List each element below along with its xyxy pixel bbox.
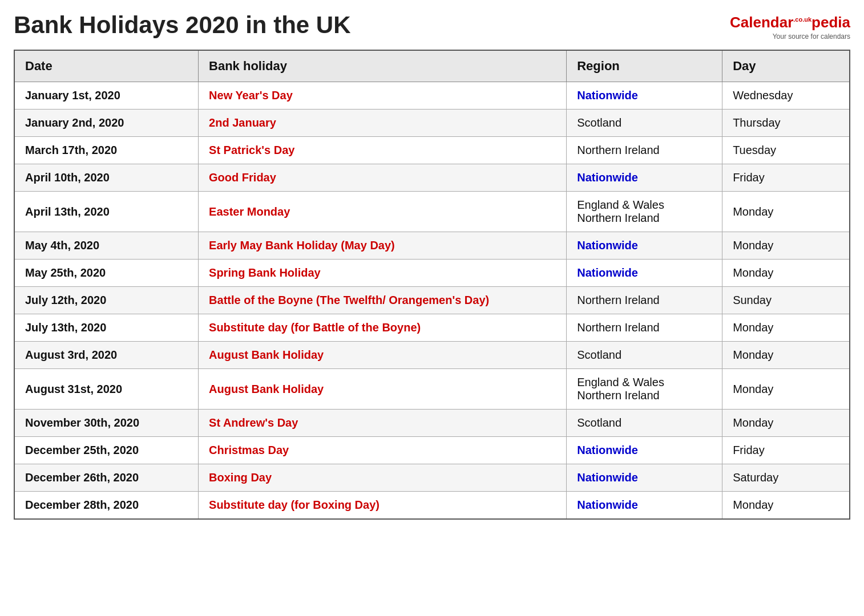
- cell-region: Northern Ireland: [567, 137, 722, 164]
- cell-region: Nationwide: [567, 232, 722, 260]
- cell-date: March 17th, 2020: [14, 137, 199, 164]
- logo-name: Calendar.co.ukpedia: [730, 14, 850, 31]
- table-row: December 25th, 2020Christmas DayNationwi…: [14, 437, 850, 464]
- cell-day: Monday: [722, 260, 850, 287]
- cell-holiday: Easter Monday: [199, 192, 567, 232]
- cell-holiday: Battle of the Boyne (The Twelfth/ Orange…: [199, 287, 567, 314]
- cell-holiday: August Bank Holiday: [199, 369, 567, 410]
- cell-date: April 13th, 2020: [14, 192, 199, 232]
- cell-holiday: Christmas Day: [199, 437, 567, 464]
- cell-date: July 12th, 2020: [14, 287, 199, 314]
- cell-holiday: Good Friday: [199, 164, 567, 192]
- cell-holiday: Spring Bank Holiday: [199, 260, 567, 287]
- cell-holiday: 2nd January: [199, 110, 567, 137]
- table-row: April 13th, 2020Easter MondayEngland & W…: [14, 192, 850, 232]
- cell-day: Monday: [722, 342, 850, 369]
- cell-day: Tuesday: [722, 137, 850, 164]
- cell-holiday: Substitute day (for Battle of the Boyne): [199, 314, 567, 342]
- cell-holiday: Boxing Day: [199, 464, 567, 492]
- table-row: April 10th, 2020Good FridayNationwideFri…: [14, 164, 850, 192]
- cell-region: Scotland: [567, 410, 722, 437]
- cell-holiday: August Bank Holiday: [199, 342, 567, 369]
- cell-holiday: St Andrew's Day: [199, 410, 567, 437]
- cell-region: Nationwide: [567, 437, 722, 464]
- table-row: July 12th, 2020Battle of the Boyne (The …: [14, 287, 850, 314]
- cell-day: Friday: [722, 164, 850, 192]
- cell-region: Northern Ireland: [567, 314, 722, 342]
- table-row: August 31st, 2020August Bank HolidayEngl…: [14, 369, 850, 410]
- cell-date: August 3rd, 2020: [14, 342, 199, 369]
- cell-date: December 28th, 2020: [14, 492, 199, 520]
- holidays-table: Date Bank holiday Region Day January 1st…: [14, 50, 850, 520]
- cell-region: Nationwide: [567, 464, 722, 492]
- cell-date: April 10th, 2020: [14, 164, 199, 192]
- logo-tagline: Your source for calendars: [730, 33, 850, 40]
- cell-day: Friday: [722, 437, 850, 464]
- cell-holiday: St Patrick's Day: [199, 137, 567, 164]
- page-header: Bank Holidays 2020 in the UK Calendar.co…: [14, 11, 850, 40]
- header-region: Region: [567, 50, 722, 82]
- cell-day: Wednesday: [722, 82, 850, 110]
- cell-date: January 1st, 2020: [14, 82, 199, 110]
- cell-date: May 25th, 2020: [14, 260, 199, 287]
- cell-day: Monday: [722, 314, 850, 342]
- table-row: January 1st, 2020New Year's DayNationwid…: [14, 82, 850, 110]
- table-row: March 17th, 2020St Patrick's DayNorthern…: [14, 137, 850, 164]
- table-header-row: Date Bank holiday Region Day: [14, 50, 850, 82]
- table-row: December 28th, 2020Substitute day (for B…: [14, 492, 850, 520]
- cell-date: December 26th, 2020: [14, 464, 199, 492]
- cell-region: Scotland: [567, 110, 722, 137]
- table-row: May 4th, 2020Early May Bank Holiday (May…: [14, 232, 850, 260]
- cell-region: England & WalesNorthern Ireland: [567, 192, 722, 232]
- logo-tld: .co.uk: [793, 16, 811, 23]
- table-row: January 2nd, 20202nd JanuaryScotlandThur…: [14, 110, 850, 137]
- cell-holiday: Early May Bank Holiday (May Day): [199, 232, 567, 260]
- cell-holiday: Substitute day (for Boxing Day): [199, 492, 567, 520]
- cell-day: Monday: [722, 369, 850, 410]
- cell-region: Nationwide: [567, 164, 722, 192]
- cell-day: Monday: [722, 410, 850, 437]
- cell-date: July 13th, 2020: [14, 314, 199, 342]
- cell-day: Saturday: [722, 464, 850, 492]
- cell-day: Thursday: [722, 110, 850, 137]
- cell-region: Scotland: [567, 342, 722, 369]
- cell-region: Nationwide: [567, 82, 722, 110]
- header-day: Day: [722, 50, 850, 82]
- cell-day: Sunday: [722, 287, 850, 314]
- cell-date: August 31st, 2020: [14, 369, 199, 410]
- header-date: Date: [14, 50, 199, 82]
- logo: Calendar.co.ukpedia Your source for cale…: [730, 11, 850, 40]
- cell-region: Nationwide: [567, 492, 722, 520]
- cell-day: Monday: [722, 232, 850, 260]
- header-holiday: Bank holiday: [199, 50, 567, 82]
- cell-region: Nationwide: [567, 260, 722, 287]
- table-row: May 25th, 2020Spring Bank HolidayNationw…: [14, 260, 850, 287]
- logo-part2: pedia: [811, 14, 850, 31]
- table-row: November 30th, 2020St Andrew's DayScotla…: [14, 410, 850, 437]
- cell-holiday: New Year's Day: [199, 82, 567, 110]
- table-row: July 13th, 2020Substitute day (for Battl…: [14, 314, 850, 342]
- cell-day: Monday: [722, 192, 850, 232]
- cell-date: December 25th, 2020: [14, 437, 199, 464]
- cell-date: November 30th, 2020: [14, 410, 199, 437]
- page-title: Bank Holidays 2020 in the UK: [14, 11, 351, 39]
- table-row: August 3rd, 2020August Bank HolidayScotl…: [14, 342, 850, 369]
- table-row: December 26th, 2020Boxing DayNationwideS…: [14, 464, 850, 492]
- cell-region: Northern Ireland: [567, 287, 722, 314]
- cell-date: January 2nd, 2020: [14, 110, 199, 137]
- cell-date: May 4th, 2020: [14, 232, 199, 260]
- cell-day: Monday: [722, 492, 850, 520]
- cell-region: England & WalesNorthern Ireland: [567, 369, 722, 410]
- logo-part1: Calendar: [730, 14, 793, 31]
